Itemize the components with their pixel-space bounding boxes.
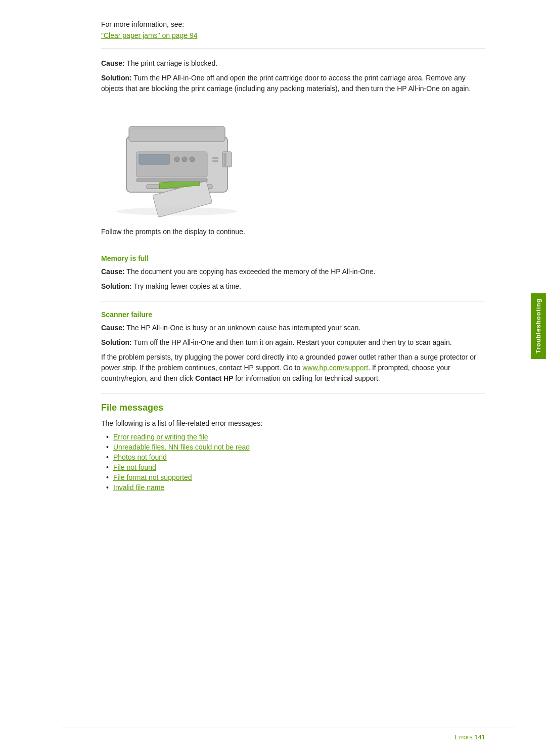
svg-rect-16 bbox=[212, 160, 218, 162]
file-format-not-supported-link[interactable]: File format not supported bbox=[113, 473, 192, 481]
svg-rect-14 bbox=[131, 127, 217, 129]
scanner-failure-heading: Scanner failure bbox=[101, 310, 485, 319]
svg-rect-4 bbox=[139, 154, 169, 164]
scanner-solution: Solution: Turn off the HP All-in-One and… bbox=[101, 337, 485, 348]
file-messages-heading: File messages bbox=[101, 403, 485, 413]
divider-3 bbox=[101, 301, 485, 301]
divider-4 bbox=[101, 393, 485, 393]
scanner-cause-content: The HP All-in-One is busy or an unknown … bbox=[126, 324, 360, 332]
clear-paper-jams-link[interactable]: "Clear paper jams" on page 94 bbox=[101, 31, 198, 39]
solution-label-1: Solution: bbox=[101, 74, 132, 82]
file-messages-list: Error reading or writing the file Unread… bbox=[101, 433, 485, 492]
scanner-failure-section: Scanner failure Cause: The HP All-in-One… bbox=[101, 310, 485, 384]
solution-label-3: Solution: bbox=[101, 338, 132, 346]
svg-point-5 bbox=[174, 157, 179, 162]
memory-cause-content: The document you are copying has exceede… bbox=[126, 268, 375, 276]
file-not-found-link[interactable]: File not found bbox=[113, 463, 156, 471]
print-carriage-solution: Solution: Turn the HP All-in-One off and… bbox=[101, 73, 485, 94]
memory-full-heading: Memory is full bbox=[101, 254, 485, 262]
list-item: File format not supported bbox=[106, 473, 485, 481]
memory-full-cause: Cause: The document you are copying has … bbox=[101, 266, 485, 277]
svg-point-6 bbox=[182, 157, 187, 162]
unreadable-files-link[interactable]: Unreadable files. NN files could not be … bbox=[113, 443, 250, 451]
solution-label-2: Solution: bbox=[101, 282, 132, 290]
page-footer: Errors 141 bbox=[454, 733, 485, 741]
svg-point-17 bbox=[116, 207, 238, 215]
file-messages-intro: The following is a list of file-related … bbox=[101, 418, 485, 429]
memory-solution-content: Try making fewer copies at a time. bbox=[133, 282, 241, 290]
intro-text: For more information, see: bbox=[101, 20, 485, 28]
page-number: 141 bbox=[474, 733, 485, 741]
footer-divider bbox=[61, 728, 516, 728]
cause-label-1: Cause: bbox=[101, 59, 125, 67]
list-item: File not found bbox=[106, 463, 485, 471]
solution-text-1-content: Turn the HP All-in-One off and open the … bbox=[101, 74, 471, 93]
cause-text-1-content: The print carriage is blocked. bbox=[126, 59, 217, 67]
memory-full-solution: Solution: Try making fewer copies at a t… bbox=[101, 281, 485, 292]
list-item: Unreadable files. NN files could not be … bbox=[106, 443, 485, 451]
photos-not-found-link[interactable]: Photos not found bbox=[113, 453, 167, 461]
footer-errors-label: Errors bbox=[454, 733, 472, 741]
contact-hp-bold: Contact HP bbox=[195, 374, 233, 382]
follow-text: Follow the prompts on the display to con… bbox=[101, 228, 485, 236]
hp-support-link[interactable]: www.hp.com/support bbox=[302, 364, 368, 372]
list-item: Photos not found bbox=[106, 453, 485, 461]
error-reading-link[interactable]: Error reading or writing the file bbox=[113, 433, 208, 441]
memory-full-section: Memory is full Cause: The document you a… bbox=[101, 254, 485, 292]
print-carriage-cause: Cause: The print carriage is blocked. bbox=[101, 58, 485, 69]
divider-2 bbox=[101, 245, 485, 245]
svg-rect-15 bbox=[212, 157, 218, 159]
printer-image bbox=[111, 106, 485, 217]
scanner-extra-text: If the problem persists, try plugging th… bbox=[101, 352, 485, 384]
svg-rect-13 bbox=[223, 153, 226, 166]
divider-1 bbox=[101, 49, 485, 49]
svg-rect-11 bbox=[136, 179, 207, 182]
scanner-extra-3: for information on calling for technical… bbox=[233, 374, 380, 382]
side-tab-troubleshooting: Troubleshooting bbox=[531, 293, 546, 359]
scanner-cause: Cause: The HP All-in-One is busy or an u… bbox=[101, 323, 485, 333]
file-messages-section: File messages The following is a list of… bbox=[101, 403, 485, 492]
list-item: Invalid file name bbox=[106, 483, 485, 492]
svg-point-7 bbox=[190, 157, 195, 162]
cause-label-3: Cause: bbox=[101, 324, 125, 332]
scanner-solution-content: Turn off the HP All-in-One and then turn… bbox=[133, 338, 451, 346]
list-item: Error reading or writing the file bbox=[106, 433, 485, 441]
invalid-file-name-link[interactable]: Invalid file name bbox=[113, 483, 164, 492]
cause-label-2: Cause: bbox=[101, 268, 125, 276]
